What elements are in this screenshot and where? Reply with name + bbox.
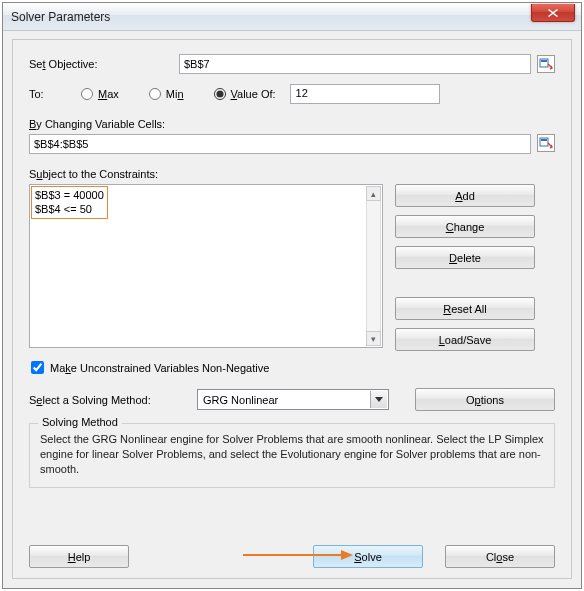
scroll-down-icon[interactable]: ▾ <box>366 331 381 346</box>
nonneg-checkbox-row[interactable]: Make Unconstrained Variables Non-Negativ… <box>29 361 555 374</box>
help-button[interactable]: Help <box>29 545 129 568</box>
chevron-down-icon[interactable] <box>370 391 387 408</box>
value-of-input[interactable]: 12 <box>290 84 440 104</box>
reset-all-button[interactable]: Reset All <box>395 297 535 320</box>
constraints-label: Subject to the Constraints: <box>29 168 555 180</box>
constraints-listbox[interactable]: $B$3 = 40000 $B$4 <= 50 ▴ ▾ <box>29 184 383 348</box>
method-dropdown[interactable]: GRG Nonlinear <box>197 389 389 410</box>
radio-max-input[interactable] <box>81 88 93 100</box>
dialog-content: Set Objective: $B$7 To: Max M <box>12 39 572 579</box>
constraint-item[interactable]: $B$3 = 40000 <box>35 188 104 202</box>
radio-value-of[interactable]: Value Of: <box>214 88 276 100</box>
svg-rect-1 <box>541 60 547 62</box>
to-label: To: <box>29 88 81 100</box>
window-title: Solver Parameters <box>11 10 110 24</box>
set-objective-label: Set Objective: <box>29 58 179 70</box>
delete-button[interactable]: Delete <box>395 246 535 269</box>
load-save-button[interactable]: Load/Save <box>395 328 535 351</box>
method-value: GRG Nonlinear <box>203 394 278 406</box>
add-button[interactable]: Add <box>395 184 535 207</box>
changing-cells-label: By Changing Variable Cells: <box>29 118 555 130</box>
close-button[interactable]: Close <box>445 545 555 568</box>
objective-input[interactable]: $B$7 <box>179 54 531 74</box>
constraint-item[interactable]: $B$4 <= 50 <box>35 202 104 216</box>
collapse-dialog-icon[interactable] <box>537 134 555 152</box>
svg-rect-3 <box>541 139 547 141</box>
solve-button[interactable]: Solve <box>313 545 423 568</box>
radio-min-input[interactable] <box>149 88 161 100</box>
nonneg-checkbox[interactable] <box>31 361 44 374</box>
constraints-highlight: $B$3 = 40000 $B$4 <= 50 <box>31 186 108 219</box>
solving-method-description: Select the GRG Nonlinear engine for Solv… <box>40 432 544 477</box>
change-button[interactable]: Change <box>395 215 535 238</box>
scrollbar-track[interactable] <box>366 201 381 331</box>
radio-min[interactable]: Min <box>149 88 184 100</box>
nonneg-label: Make Unconstrained Variables Non-Negativ… <box>50 362 269 374</box>
radio-max[interactable]: Max <box>81 88 119 100</box>
select-method-label: Select a Solving Method: <box>29 394 185 406</box>
radio-value-of-input[interactable] <box>214 88 226 100</box>
close-icon[interactable] <box>531 4 575 22</box>
scroll-up-icon[interactable]: ▴ <box>366 186 381 201</box>
solver-dialog: Solver Parameters Set Objective: $B$7 To… <box>2 2 582 589</box>
solving-method-legend: Solving Method <box>38 416 122 428</box>
collapse-dialog-icon[interactable] <box>537 55 555 73</box>
solving-method-group: Solving Method Select the GRG Nonlinear … <box>29 423 555 488</box>
titlebar[interactable]: Solver Parameters <box>3 3 581 31</box>
changing-cells-input[interactable]: $B$4:$B$5 <box>29 134 531 154</box>
options-button[interactable]: Options <box>415 388 555 411</box>
